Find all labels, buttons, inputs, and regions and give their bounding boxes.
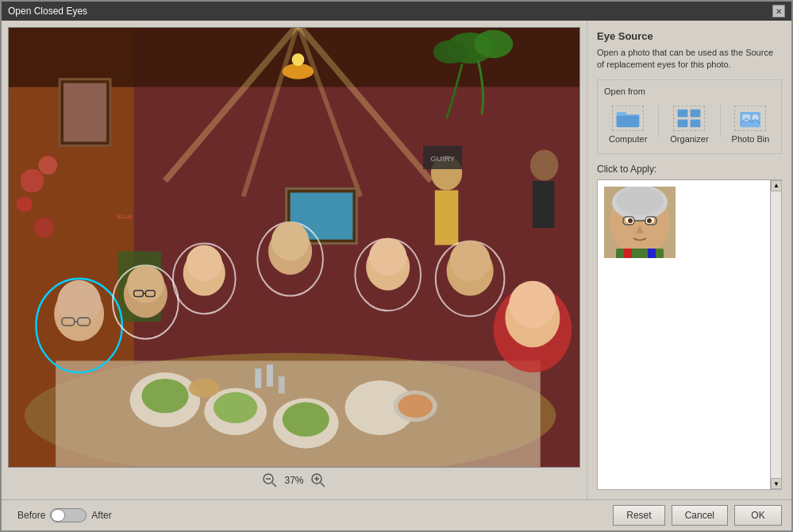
svg-point-14 (34, 218, 55, 238)
left-panel: GUIRY OW OUDLY LBURG RAFT ELLA (2, 21, 587, 499)
photo-bin-label: Photo Bin (732, 134, 770, 144)
svg-point-46 (398, 395, 432, 418)
svg-point-67 (369, 238, 406, 276)
svg-rect-84 (678, 119, 688, 127)
svg-point-8 (292, 53, 305, 66)
scroll-track (771, 191, 781, 478)
svg-point-92 (616, 187, 664, 215)
zoom-out-icon[interactable] (262, 472, 278, 488)
svg-text:ELLA: ELLA (117, 213, 133, 220)
svg-point-95 (628, 218, 633, 223)
scroll-up-arrow[interactable]: ▲ (771, 180, 782, 191)
svg-point-12 (38, 156, 57, 175)
svg-point-11 (21, 169, 44, 193)
photo-bin-icon (734, 106, 766, 131)
svg-point-38 (141, 379, 188, 413)
svg-rect-41 (255, 368, 261, 388)
before-after-toggle: Before After (11, 508, 112, 522)
before-label: Before (17, 510, 45, 521)
svg-rect-42 (267, 364, 273, 387)
scroll-down-arrow[interactable]: ▼ (771, 478, 782, 489)
title-bar: Open Closed Eyes ✕ (2, 2, 791, 21)
photo-area: GUIRY OW OUDLY LBURG RAFT ELLA (8, 27, 580, 468)
svg-point-73 (509, 281, 556, 328)
svg-point-96 (647, 218, 652, 223)
zoom-in-icon[interactable] (310, 472, 326, 488)
computer-source-button[interactable]: Computer (604, 102, 652, 147)
ok-button[interactable]: OK (734, 505, 782, 526)
divider-2 (720, 106, 721, 137)
photo-bin-source-button[interactable]: Photo Bin (727, 102, 775, 147)
cancel-button[interactable]: Cancel (672, 505, 728, 526)
svg-point-55 (127, 265, 164, 303)
toggle-knob (51, 509, 65, 522)
svg-rect-83 (691, 110, 701, 118)
svg-point-22 (530, 149, 558, 180)
svg-rect-10 (64, 83, 106, 142)
computer-label: Computer (609, 134, 647, 144)
after-label: After (91, 510, 111, 521)
grid-icon (673, 106, 705, 131)
footer-bar: Before After Reset Cancel OK (2, 499, 791, 530)
svg-point-64 (271, 222, 309, 260)
click-to-apply-label: Click to Apply: (597, 164, 782, 175)
svg-rect-101 (624, 249, 632, 258)
divider-1 (658, 106, 659, 137)
face-thumbnail[interactable] (604, 187, 676, 258)
svg-rect-102 (648, 249, 656, 258)
svg-rect-21 (435, 191, 459, 245)
organizer-label: Organizer (670, 134, 708, 144)
reset-button[interactable]: Reset (613, 505, 664, 526)
svg-line-80 (321, 483, 325, 487)
eye-source-title: Eye Source (597, 30, 782, 42)
thumbnail-scrollbar[interactable]: ▲ ▼ (770, 180, 781, 489)
photo-canvas: GUIRY OW OUDLY LBURG RAFT ELLA (9, 28, 579, 467)
svg-rect-23 (533, 181, 555, 228)
zoom-level: 37% (284, 475, 303, 486)
svg-text:GUIRY: GUIRY (430, 154, 455, 163)
open-from-buttons: Computer Organizer (604, 102, 775, 147)
thumbnail-area[interactable]: ▲ ▼ (597, 179, 782, 490)
svg-rect-43 (279, 376, 285, 394)
open-from-label: Open from (604, 87, 775, 96)
open-from-box: Open from Computer (597, 79, 782, 154)
right-panel: Eye Source Open a photo that can be used… (587, 21, 791, 499)
dialog-body: GUIRY OW OUDLY LBURG RAFT ELLA (2, 21, 791, 499)
svg-rect-85 (691, 119, 701, 127)
dialog-title: Open Closed Eyes (8, 6, 87, 17)
organizer-source-button[interactable]: Organizer (665, 102, 713, 147)
svg-point-13 (17, 196, 33, 212)
svg-rect-81 (617, 114, 640, 127)
toggle-switch[interactable] (50, 508, 87, 522)
svg-point-70 (450, 241, 491, 281)
svg-point-40 (283, 403, 329, 437)
svg-point-39 (214, 392, 257, 423)
svg-line-76 (272, 483, 276, 487)
svg-rect-100 (616, 249, 664, 258)
svg-rect-82 (678, 110, 688, 118)
svg-point-44 (189, 379, 220, 398)
close-button[interactable]: ✕ (772, 5, 785, 17)
svg-point-61 (187, 245, 222, 281)
svg-point-17 (433, 40, 468, 64)
zoom-bar: 37% (8, 468, 580, 493)
eye-source-desc: Open a photo that can be used as the Sou… (597, 47, 782, 71)
open-closed-eyes-dialog: Open Closed Eyes ✕ (0, 0, 793, 532)
folder-icon (612, 106, 644, 131)
svg-point-16 (474, 30, 513, 58)
